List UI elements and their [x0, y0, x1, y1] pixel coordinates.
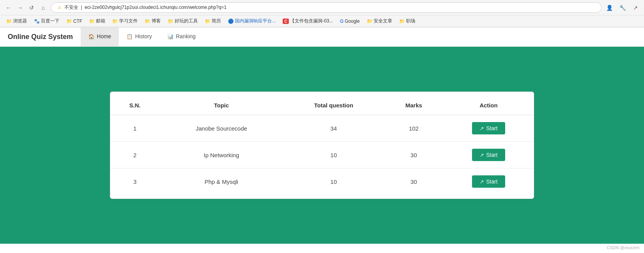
main-content: S.N. Topic Total question Marks Action 1…: [0, 47, 644, 244]
watermark-text: CSDN @muzzert: [607, 245, 639, 250]
url-text: 不安全 | eci-2ze002vhgulcj71p2uui.cloudeci1…: [64, 4, 226, 11]
col-sn: S.N.: [110, 96, 160, 115]
cell-marks-3: 30: [384, 168, 443, 195]
bookmark-google[interactable]: G Google: [338, 18, 362, 25]
home-button[interactable]: ⌂: [39, 3, 48, 12]
bookmark-ctf[interactable]: 📁 CTF: [64, 18, 84, 25]
brand-text: Online Quiz System: [8, 33, 73, 41]
bookmark-browser[interactable]: 📁 浏览器: [4, 17, 29, 25]
profile-icon[interactable]: 👤: [605, 3, 614, 12]
col-total-question: Total question: [283, 96, 384, 115]
tab-home[interactable]: 🏠 Home: [81, 27, 119, 46]
cell-topic-2: Ip Networking: [160, 142, 283, 168]
table-row: 2 Ip Networking 10 30 ↗ Start: [110, 142, 534, 168]
col-marks: Marks: [384, 96, 443, 115]
cell-action-3: ↗ Start: [443, 168, 534, 195]
tab-history[interactable]: 📋 History: [119, 27, 160, 46]
start-label-3: Start: [486, 178, 498, 185]
table-header: S.N. Topic Total question Marks Action: [110, 96, 534, 115]
cell-sn-2: 2: [110, 142, 160, 168]
header-row: S.N. Topic Total question Marks Action: [110, 96, 534, 115]
refresh-button[interactable]: ↺: [27, 3, 36, 12]
start-button-2[interactable]: ↗ Start: [472, 149, 506, 161]
browser-icons: 👤 🔧 ↗: [605, 3, 640, 12]
start-label-2: Start: [486, 152, 498, 158]
forward-button[interactable]: →: [15, 3, 25, 12]
quiz-table: S.N. Topic Total question Marks Action 1…: [110, 96, 534, 195]
start-icon-1: ↗: [480, 126, 484, 131]
bookmark-tools[interactable]: 📁 好玩的工具: [165, 17, 200, 25]
nav-tabs: 🏠 Home 📋 History 📊 Ranking: [81, 27, 203, 46]
cell-marks-1: 102: [384, 115, 443, 142]
table-body: 1 Janobe Sourcecode 34 102 ↗ Start 2 Ip …: [110, 115, 534, 195]
tab-ranking[interactable]: 📊 Ranking: [160, 27, 203, 46]
cell-action-2: ↗ Start: [443, 142, 534, 168]
ranking-tab-icon: 📊: [167, 34, 174, 39]
start-button-3[interactable]: ↗ Start: [472, 175, 506, 188]
cell-questions-1: 34: [283, 115, 384, 142]
bookmarks-bar: 📁 浏览器 🐾 百度一下 📁 CTF 📁 邮箱 📁 学习文件 📁 博客 📁 好玩…: [0, 15, 644, 27]
app-navbar: Online Quiz System 🏠 Home 📋 History 📊 Ra…: [0, 27, 644, 47]
cell-questions-3: 10: [283, 168, 384, 195]
col-action: Action: [443, 96, 534, 115]
address-bar-row: ← → ↺ ⌂ ⚠ 不安全 | eci-2ze002vhgulcj71p2uui…: [0, 0, 644, 15]
bookmark-security[interactable]: 📁 安全文章: [364, 17, 394, 25]
url-prefix: 不安全: [64, 5, 78, 10]
back-button[interactable]: ←: [4, 3, 13, 12]
start-label-1: Start: [486, 125, 498, 131]
start-icon-3: ↗: [480, 179, 484, 185]
address-bar[interactable]: ⚠ 不安全 | eci-2ze002vhgulcj71p2uui.cloudec…: [51, 2, 602, 13]
browser-chrome: ← → ↺ ⌂ ⚠ 不安全 | eci-2ze002vhgulcj71p2uui…: [0, 0, 644, 27]
start-button-1[interactable]: ↗ Start: [472, 122, 506, 134]
table-row: 3 Php & Mysqli 10 30 ↗ Start: [110, 168, 534, 195]
col-topic: Topic: [160, 96, 283, 115]
history-tab-icon: 📋: [126, 34, 133, 39]
start-icon-2: ↗: [480, 152, 484, 158]
ranking-tab-label: Ranking: [176, 33, 196, 39]
bookmark-vuln[interactable]: 🔵 国内漏洞响应平台...: [226, 17, 278, 25]
cell-sn-3: 3: [110, 168, 160, 195]
cell-questions-2: 10: [283, 142, 384, 168]
app-brand: Online Quiz System: [0, 27, 81, 46]
cell-action-1: ↗ Start: [443, 115, 534, 142]
home-tab-label: Home: [97, 33, 111, 39]
table-card: S.N. Topic Total question Marks Action 1…: [110, 92, 534, 199]
bookmark-fileinclude[interactable]: C 【文件包含漏洞-03...: [280, 17, 335, 25]
bookmark-blog[interactable]: 📁 博客: [142, 17, 163, 25]
bookmark-resume[interactable]: 📁 简历: [202, 17, 223, 25]
bookmark-baidu[interactable]: 🐾 百度一下: [32, 17, 62, 25]
extension-icon[interactable]: 🔧: [618, 3, 627, 12]
footer-watermark: CSDN @muzzert: [607, 245, 639, 250]
cell-topic-1: Janobe Sourcecode: [160, 115, 283, 142]
history-tab-label: History: [135, 33, 152, 39]
bookmark-email[interactable]: 📁 邮箱: [87, 17, 108, 25]
bookmark-study[interactable]: 📁 学习文件: [110, 17, 140, 25]
lock-icon: ⚠: [57, 5, 61, 10]
bookmark-job[interactable]: 📁 职场: [397, 17, 418, 25]
table-row: 1 Janobe Sourcecode 34 102 ↗ Start: [110, 115, 534, 142]
url-value: eci-2ze002vhgulcj71p2uui.cloudeci1.ichun…: [84, 5, 226, 10]
nav-buttons: ← → ↺ ⌂: [4, 3, 48, 12]
share-icon[interactable]: ↗: [631, 3, 640, 12]
home-tab-icon: 🏠: [88, 34, 94, 39]
cell-topic-3: Php & Mysqli: [160, 168, 283, 195]
cell-marks-2: 30: [384, 142, 443, 168]
cell-sn-1: 1: [110, 115, 160, 142]
